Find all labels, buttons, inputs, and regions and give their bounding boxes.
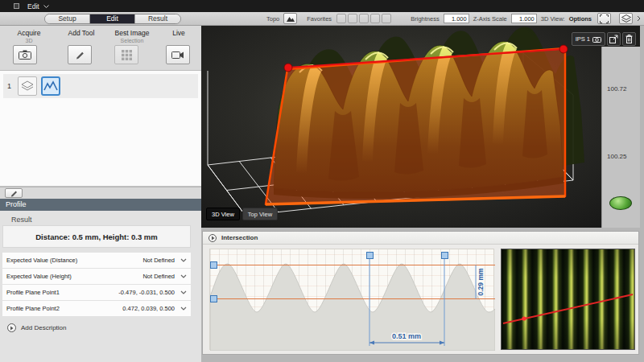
z-axis-label: Z-Axis Scale — [473, 15, 507, 23]
view-top-button[interactable]: Top View — [242, 208, 278, 220]
export-icon — [609, 35, 618, 43]
view-3d-label: 3D View: — [541, 15, 565, 23]
intersection-header: Intersection — [203, 232, 638, 245]
tab-edit[interactable]: Edit — [90, 14, 135, 23]
add-description-button[interactable]: Add Description — [7, 323, 66, 332]
trash-icon — [625, 35, 633, 43]
z-scale-strip: 100.72 100.25 — [601, 47, 640, 228]
camera-icon — [19, 50, 31, 60]
add-tool-button[interactable] — [68, 45, 92, 64]
layers-icon — [621, 14, 631, 23]
favorites-label: Favorites — [307, 15, 332, 23]
live-button[interactable] — [166, 45, 190, 64]
layers-tile[interactable] — [18, 76, 37, 96]
profile-peaks-icon — [43, 80, 58, 92]
profile-endpoint-left[interactable] — [284, 64, 292, 72]
add-tool-label: Add Tool — [60, 29, 103, 37]
property-value: 0.472, 0.039, 0.500 — [122, 305, 175, 312]
property-rows: Expected Value (Distance) Not Defined Ex… — [2, 253, 191, 317]
favorite-slot-4[interactable] — [370, 14, 380, 23]
property-value: Not Defined — [142, 273, 175, 280]
expand-arrow-icon — [7, 323, 16, 332]
live-label: Live — [163, 29, 195, 37]
chevron-down-icon — [43, 5, 49, 8]
menu-edit[interactable]: Edit — [27, 2, 49, 10]
best-image-button[interactable] — [114, 45, 138, 64]
viewport-buttons: IPS 1 — [572, 32, 636, 46]
edit-annotation-button[interactable] — [5, 188, 23, 198]
handle-distance-right[interactable] — [442, 253, 448, 259]
handle-height-top[interactable] — [211, 262, 217, 269]
property-row-plane-point2[interactable]: Profile Plane Point2 0.472, 0.039, 0.500 — [2, 301, 191, 316]
profile-section-body: Result Distance: 0.5 mm, Height: 0.3 mm … — [0, 211, 201, 362]
dataset-row[interactable]: 1 — [3, 74, 198, 98]
property-value: Not Defined — [142, 257, 175, 264]
favorite-slot-1[interactable] — [336, 14, 346, 23]
view-3d-options-dropdown[interactable]: Options — [569, 15, 592, 23]
menu-edit-label: Edit — [27, 2, 39, 10]
application-window: Edit Setup Edit Result Topo Favorites Br… — [0, 0, 644, 362]
profile-endpoint-right[interactable] — [559, 45, 568, 53]
property-label: Profile Plane Point2 — [6, 305, 60, 312]
topo-label: Topo — [266, 15, 279, 23]
property-label: Profile Plane Point1 — [6, 289, 60, 296]
profile-tool-tile[interactable] — [41, 76, 60, 96]
handle-distance-left[interactable] — [367, 253, 374, 259]
pencil-icon — [10, 190, 18, 197]
viewport-3d[interactable]: 100.72 100.25 IPS 1 3D View Top View — [201, 26, 640, 228]
z-axis-input[interactable]: 1.000 — [511, 14, 537, 23]
orientation-orb[interactable] — [609, 196, 632, 210]
result-summary: Distance: 0.5 mm, Height: 0.3 mm — [2, 225, 191, 248]
view-3d-button[interactable]: 3D View — [206, 208, 240, 220]
property-row-expected-height[interactable]: Expected Value (Height) Not Defined — [2, 269, 191, 284]
mountain-icon — [286, 15, 295, 23]
annotation-bar — [0, 187, 201, 199]
z-scale-top-value: 100.72 — [607, 85, 626, 93]
mode-tabs: Setup Edit Result — [44, 14, 181, 24]
distance-measurement-label: 0.51 mm — [392, 332, 421, 340]
left-panel: Acquire 3D Add Tool Best Image Selection… — [0, 26, 201, 362]
property-value: -0.479, -0.031, 0.500 — [118, 289, 175, 296]
layers-button[interactable] — [619, 13, 633, 24]
property-label: Expected Value (Height) — [6, 273, 72, 280]
best-image-label: Best Image — [108, 29, 156, 37]
dataset-number: 1 — [7, 82, 14, 90]
export-button[interactable] — [607, 32, 621, 46]
acquire-toolbar: Acquire 3D Add Tool Best Image Selection… — [0, 26, 201, 71]
camera-thumbnail — [501, 249, 635, 350]
3d-scene[interactable] — [201, 26, 640, 228]
acquire-3d-button[interactable] — [13, 45, 37, 64]
section-expand-icon[interactable] — [208, 234, 217, 242]
dataset-list: 1 — [0, 71, 201, 187]
tab-setup[interactable]: Setup — [45, 14, 90, 23]
handle-height-bottom[interactable] — [211, 296, 217, 302]
chevron-right-icon[interactable] — [637, 15, 641, 22]
brightness-label: Brightness — [411, 15, 439, 23]
main-toolbar: Setup Edit Result Topo Favorites Brightn… — [0, 12, 644, 26]
height-measurement-label: 0.29 mm — [477, 268, 485, 295]
ips-capture-button[interactable]: IPS 1 — [572, 32, 605, 46]
chevron-down-icon[interactable] — [180, 258, 187, 262]
brightness-input[interactable]: 1.000 — [444, 14, 469, 23]
topo-button[interactable] — [283, 13, 297, 24]
menubar: Edit — [0, 0, 644, 12]
profile-plane[interactable] — [266, 48, 565, 204]
profile-point-marker — [522, 316, 526, 320]
property-row-expected-distance[interactable]: Expected Value (Distance) Not Defined — [2, 253, 191, 268]
favorite-slot-5[interactable] — [382, 14, 391, 23]
chevron-down-icon[interactable] — [180, 274, 187, 278]
best-image-sublabel: Selection — [108, 38, 156, 43]
fullscreen-button[interactable] — [597, 13, 611, 24]
delete-button[interactable] — [622, 32, 636, 46]
property-row-plane-point1[interactable]: Profile Plane Point1 -0.479, -0.031, 0.5… — [2, 285, 191, 300]
camera-icon — [592, 36, 601, 43]
intersection-panel: Intersection 0.51 mm 0.29 mm — [202, 231, 639, 355]
tab-result[interactable]: Result — [135, 14, 180, 23]
profile-chart[interactable]: 0.51 mm 0.29 mm — [209, 249, 494, 350]
ips-label: IPS 1 — [576, 35, 590, 43]
chevron-down-icon[interactable] — [180, 290, 187, 294]
view-toggle: 3D View Top View — [206, 208, 278, 220]
chevron-down-icon[interactable] — [180, 306, 187, 311]
favorite-slot-2[interactable] — [348, 14, 357, 23]
favorite-slot-3[interactable] — [359, 14, 369, 23]
